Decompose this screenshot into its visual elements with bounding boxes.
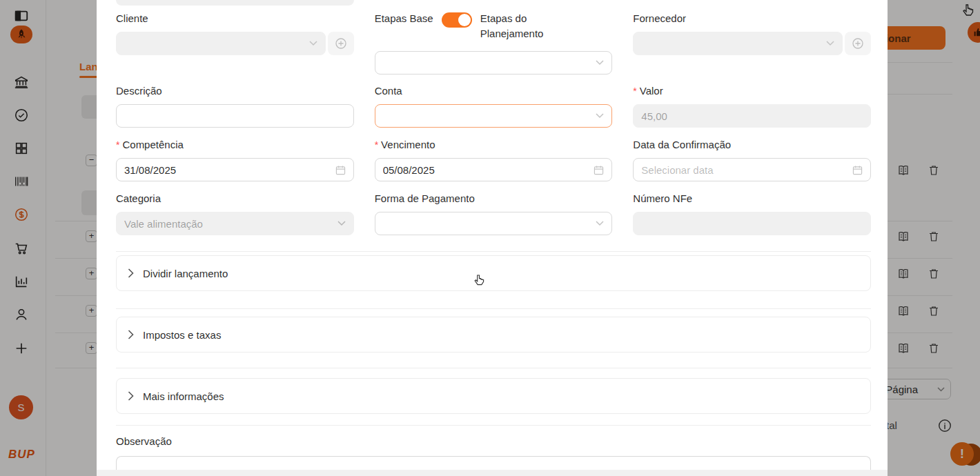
panel-label: Mais informações [143, 390, 224, 402]
required-mark: * [116, 139, 119, 150]
nfe-label: Número NFe [633, 192, 871, 205]
categoria-label: Categoria [116, 192, 354, 205]
toggle-knob [458, 14, 471, 26]
panel-label: Impostos e taxas [143, 329, 221, 341]
hand-cursor-icon [474, 274, 484, 289]
required-mark: * [633, 86, 636, 97]
valor-input[interactable] [641, 110, 863, 122]
chevron-right-icon [128, 268, 134, 278]
panel-mais-informacoes[interactable]: Mais informações [116, 378, 871, 414]
conta-select[interactable] [375, 104, 613, 128]
confirmacao-datepicker[interactable] [633, 158, 871, 181]
vencimento-datepicker[interactable] [375, 158, 613, 181]
panel-label: Dividir lançamento [143, 268, 228, 279]
nfe-input-wrap [633, 212, 871, 235]
lancamento-modal: Cliente Etapas Base Etapas do Planejamen… [97, 0, 888, 476]
chevron-down-icon [596, 221, 604, 226]
conta-label: Conta [375, 85, 613, 97]
section-divider [116, 251, 871, 252]
competencia-input[interactable] [124, 164, 335, 176]
pagamento-select[interactable] [375, 212, 613, 235]
observacao-label: Observação [116, 435, 871, 448]
chevron-down-icon [596, 60, 604, 66]
nfe-input[interactable] [641, 218, 863, 230]
add-fornecedor-button[interactable] [845, 32, 871, 55]
section-divider [116, 308, 871, 309]
panel-impostos-taxas[interactable]: Impostos e taxas [116, 317, 871, 353]
cliente-label: Cliente [116, 12, 354, 25]
pagamento-label: Forma de Pagamento [375, 192, 613, 205]
etapas-select[interactable] [375, 51, 613, 75]
categoria-value [124, 218, 337, 230]
competencia-label-row: *Competência [116, 139, 354, 151]
confirmacao-label: Data da Confirmação [633, 139, 871, 151]
valor-label: Valor [640, 85, 663, 97]
competencia-label: Competência [122, 139, 183, 150]
chevron-down-icon [337, 221, 346, 226]
valor-label-row: *Valor [633, 85, 871, 97]
circle-plus-icon [852, 37, 864, 50]
etapas-planejamento-label: Etapas do Planejamento [480, 11, 563, 41]
confirmacao-input[interactable] [641, 164, 852, 176]
calendar-icon [852, 165, 863, 175]
cutoff-field [116, 0, 354, 6]
descricao-label: Descrição [116, 85, 354, 97]
section-divider [116, 368, 871, 368]
fornecedor-select[interactable] [633, 32, 843, 55]
vencimento-input[interactable] [383, 164, 594, 176]
cliente-select[interactable] [116, 32, 326, 55]
competencia-datepicker[interactable] [116, 158, 354, 181]
chevron-right-icon [128, 330, 134, 339]
circle-plus-icon [335, 37, 347, 50]
chevron-right-icon [128, 391, 134, 401]
required-mark: * [375, 139, 378, 150]
panel-dividir-lancamento[interactable]: Dividir lançamento [116, 255, 871, 291]
calendar-icon [335, 165, 346, 175]
fornecedor-label: Fornecedor [633, 12, 871, 25]
vencimento-label-row: *Vencimento [375, 139, 613, 151]
chevron-down-icon [309, 41, 317, 46]
chevron-down-icon [826, 41, 834, 46]
valor-input-wrap [633, 104, 871, 128]
add-cliente-button[interactable] [328, 32, 354, 55]
descricao-input[interactable] [124, 110, 346, 122]
vencimento-label: Vencimento [381, 139, 435, 150]
chevron-down-icon [596, 113, 604, 119]
modal-bottom-strip [97, 470, 888, 476]
calendar-icon [594, 165, 604, 175]
etapas-toggle[interactable] [442, 12, 472, 28]
descricao-input-wrap [116, 104, 354, 128]
section-divider [116, 425, 871, 426]
etapas-base-label: Etapas Base [375, 11, 433, 26]
categoria-select[interactable] [116, 212, 354, 235]
